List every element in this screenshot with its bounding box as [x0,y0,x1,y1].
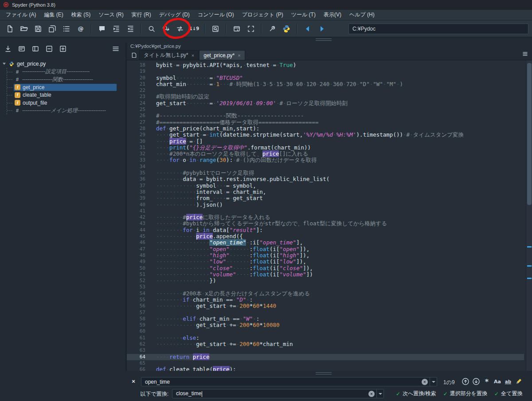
code-line-23[interactable]: 23#取得開始時刻の設定 [127,94,524,100]
browse-tabs-button[interactable] [129,50,139,60]
code-line-29[interactable]: 29····get_start·=·int(datetime.strptime(… [127,132,524,138]
code-line-65[interactable]: 65 [127,360,524,366]
code-line-26[interactable]: 26#--------------------関数---------------… [127,113,524,119]
arrow-down-toggle-button[interactable] [472,377,481,386]
outline-item-output_file[interactable]: foutput_file [7,99,125,107]
code-line-59[interactable]: 59············get_start·+=·200*60*10080 [127,322,524,328]
working-directory-combobox[interactable]: C:¥Pydoc [348,24,528,34]
at-button[interactable]: @ [74,23,87,35]
regex-toggle-button[interactable]: * [482,377,491,386]
code-line-64[interactable]: 64····return·price [127,354,524,360]
close-find-button[interactable]: × [130,378,137,385]
code-line-49[interactable]: 49················"low"·······:float(i["… [127,259,524,265]
code-line-63[interactable]: 63 [127,347,524,354]
code-line-20[interactable]: 20symbol··········=·"BTCUSD" [127,75,524,81]
code-line-46[interactable]: 46················"open_time"·:i["open_t… [127,240,524,246]
python-button[interactable] [280,23,293,35]
code-line-36[interactable]: 36········data·=·bybit.rest.inverse.publ… [127,176,524,182]
menu-item-0[interactable]: ファイル (A) [2,10,40,20]
tab-close-icon[interactable]: × [192,53,194,58]
outline-item-cleate_table[interactable]: fcleate_table [7,91,125,99]
outline-options-menu-button[interactable] [110,43,121,54]
menu-item-6[interactable]: コンソール (O) [194,10,238,20]
code-line-25[interactable]: 25 [127,106,524,113]
fullscreen-button[interactable] [245,23,257,35]
code-line-28[interactable]: 28def·get_price(chart_min,start): [127,126,524,132]
code-line-54[interactable]: 54········#200本·x足の長さ分だけタイムスタンプを進める [127,291,524,297]
splitter-handle-bottom[interactable] [0,371,532,375]
collapse-button[interactable] [44,43,55,54]
code-line-47[interactable]: 47················"open"······:float(i["… [127,246,524,252]
menu-item-1[interactable]: 編集 (E) [40,10,67,20]
code-line-37[interactable]: 37············symbol···=·symbol, [127,183,524,189]
tab-close-icon[interactable]: × [238,53,240,58]
goto-line-button[interactable]: 1↓9 [188,23,200,35]
menu-item-8[interactable]: ツール (T) [287,10,320,20]
code-line-43[interactable]: 43········#bybitから帰ってくるデータがstr型なので、float… [127,220,524,227]
editor-options-menu-button[interactable] [522,51,528,59]
menu-item-3[interactable]: ソース (R) [94,10,128,20]
code-line-48[interactable]: 48················"high"······:float(i["… [127,252,524,259]
new-file-button[interactable] [4,23,16,35]
search-input[interactable]: open_time × [141,377,437,386]
expand-button[interactable] [58,43,68,54]
code-line-62[interactable]: 62············get_start·+=·200*60*chart_… [127,341,524,347]
code-line-53[interactable]: 53 [127,284,524,290]
code-line-45[interactable]: 45············price.append({ [127,233,524,240]
code-editor[interactable]: 18bybit·=·pybybit.API(*apis,·testnet·=·T… [127,60,532,371]
code-line-22[interactable]: 22 [127,87,524,94]
case-toggle-button[interactable]: Aa [493,377,502,386]
code-line-33[interactable]: 33····for·o·in·range(30):·#·()内の回数だけデータを… [127,157,524,163]
editor-scrollbar[interactable] [526,60,532,371]
code-line-19[interactable]: 19 [127,68,524,75]
arrow-up-toggle-button[interactable] [461,377,470,386]
find-in-files-button[interactable] [209,23,222,35]
open-file-button[interactable] [18,23,30,35]
code-line-34[interactable]: 34 [127,164,524,170]
menu-item-9[interactable]: 表示(V) [320,10,345,20]
code-line-32[interactable]: 32····#200*n本のローソク足を取得して、price[]に入れる [127,151,524,157]
unindent-button[interactable] [124,23,137,35]
goto-cursor-button[interactable] [3,43,13,54]
scrollbar-thumb[interactable] [527,63,532,205]
replace-button-1[interactable]: ✓選択部分を置換 [441,389,489,399]
clear-replace-icon[interactable]: × [368,391,375,397]
replace-history-dropdown[interactable] [376,389,383,398]
code-line-50[interactable]: 50················"close"·····:float(i["… [127,265,524,271]
window-button[interactable] [231,23,243,35]
outline-item-get_price[interactable]: fget_price [7,83,125,91]
code-line-41[interactable]: 41 [127,208,524,214]
menu-item-5[interactable]: デバッグ (D) [155,10,194,20]
find-next-button[interactable] [160,23,172,35]
code-line-38[interactable]: 38············interval·=·chart_min, [127,189,524,195]
save-all-button[interactable] [46,23,59,35]
save-button[interactable] [32,23,44,35]
outline-root-item[interactable]: get_price.py [0,59,125,68]
code-line-35[interactable]: 35········#pybybitでローソク足取得 [127,170,524,176]
code-line-44[interactable]: 44········for·i·in·data["result"]: [127,227,524,233]
code-line-27[interactable]: 27#==================価格データ取得============… [127,119,524,126]
editor-tab-0[interactable]: タイトル無し1.py*× [139,50,199,60]
code-line-52[interactable]: 52················}) [127,278,524,284]
menu-item-7[interactable]: プロジェクト (P) [238,10,287,20]
indent-button[interactable] [110,23,122,35]
editor-tab-1[interactable]: get_price.py*× [199,50,245,60]
replace-button[interactable] [174,23,186,35]
word-toggle-button[interactable]: ab [504,377,512,386]
preferences-button[interactable] [266,23,278,35]
code-line-24[interactable]: 24get_start·······=·'2019/06/01·09:00'·#… [127,100,524,106]
menu-item-10[interactable]: ヘルプ (H) [345,10,379,20]
outline-item-comment-1[interactable]: #-----------------関数----------------- [7,76,125,84]
code-line-60[interactable]: 60 [127,328,524,334]
code-line-66[interactable]: 66def·cleate_table(price): [127,366,524,371]
find-button[interactable] [145,23,158,35]
code-line-57[interactable]: 57 [127,310,524,316]
code-line-51[interactable]: 51················"volume"····:float(i["… [127,271,524,278]
splitter-handle-top[interactable] [0,37,532,42]
menu-item-2[interactable]: 検索 (S) [67,10,94,20]
replace-button-0[interactable]: ✓次へ置換/検索 [394,389,438,399]
replace-input[interactable]: close_time × [172,389,384,398]
clear-search-icon[interactable]: × [422,379,428,385]
code-line-40[interactable]: 40············).json() [127,202,524,208]
code-line-21[interactable]: 21chart_min·······=·1···#·時間軸(1·3·5·15·3… [127,81,524,87]
